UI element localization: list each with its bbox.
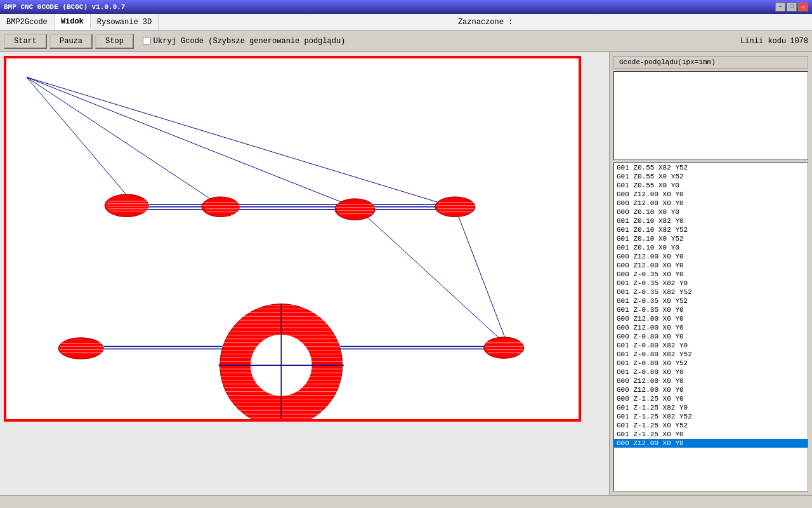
status-bar [0, 495, 812, 508]
gcode-line[interactable]: G01 Z-0.35 X82 Y52 [614, 288, 808, 297]
svg-point-23 [335, 199, 375, 220]
gcode-line[interactable]: G01 Z-0.80 X82 Y52 [614, 350, 808, 359]
linii-value: 1078 [790, 37, 808, 46]
zaznaczone-label: Zaznaczone : [159, 14, 812, 30]
svg-point-18 [202, 197, 239, 217]
gcode-line[interactable]: G00 Z12.00 X0 Y0 [614, 439, 808, 448]
gcode-line[interactable]: G01 Z-0.35 X0 Y52 [614, 297, 808, 305]
gcode-line[interactable]: G01 Z0.55 X82 Y52 [614, 163, 808, 172]
hide-gcode-label: Ukryj Gcode (Szybsze generowanie podgląd… [154, 37, 345, 46]
gcode-line[interactable]: G00 Z12.00 X0 Y0 [614, 323, 808, 332]
svg-point-12 [105, 194, 148, 217]
app-title: BMP CNC GCODE (BCGC) v1.0.0.7 [4, 3, 125, 11]
gcode-list-container[interactable]: G01 Z0.55 X82 Y52G01 Z0.55 X0 Y52G01 Z0.… [613, 163, 808, 491]
title-bar: BMP CNC GCODE (BCGC) v1.0.0.7 − □ ✕ [0, 0, 812, 14]
gcode-line[interactable]: G00 Z12.00 X0 Y0 [614, 252, 808, 261]
main-content: Gcode-podglądu(1px=1mm) G01 Z0.55 X82 Y5… [0, 52, 812, 495]
pause-button[interactable]: Pauza [49, 34, 93, 49]
gcode-line[interactable]: G01 Z-0.80 X0 Y0 [614, 368, 808, 377]
hide-gcode-checkbox-label[interactable]: Ukryj Gcode (Szybsze generowanie podgląd… [143, 37, 345, 46]
canvas-viewport[interactable] [4, 56, 581, 422]
window-controls: − □ ✕ [775, 3, 808, 11]
tab-bmp2gcode[interactable]: BMP2Gcode [0, 14, 55, 30]
gcode-line[interactable]: G01 Z0.55 X0 Y52 [614, 172, 808, 181]
linii-label: Linii kodu [740, 37, 786, 46]
canvas-area [0, 52, 609, 495]
linii-info: Linii kodu 1078 [740, 37, 808, 46]
gcode-line[interactable]: G01 Z-0.80 X82 Y0 [614, 341, 808, 350]
svg-point-38 [484, 337, 524, 359]
gcode-line[interactable]: G00 Z12.00 X0 Y0 [614, 261, 808, 270]
main-svg [6, 58, 579, 419]
maximize-button[interactable]: □ [787, 3, 797, 11]
gcode-line[interactable]: G01 Z-0.35 X82 Y0 [614, 279, 808, 288]
gcode-line[interactable]: G00 Z12.00 X0 Y0 [614, 199, 808, 208]
gcode-line[interactable]: G00 Z0.10 X0 Y0 [614, 208, 808, 217]
gcode-line[interactable]: G00 Z-0.80 X0 Y0 [614, 332, 808, 341]
gcode-preview-box [613, 71, 808, 160]
gcode-line[interactable]: G01 Z-1.25 X82 Y0 [614, 403, 808, 412]
gcode-line[interactable]: G00 Z12.00 X0 Y0 [614, 385, 808, 394]
gcode-line[interactable]: G01 Z0.10 X82 Y52 [614, 225, 808, 234]
tab-widok[interactable]: Widok [55, 14, 91, 30]
gcode-line[interactable]: G01 Z-0.35 X0 Y0 [614, 305, 808, 314]
gcode-line[interactable]: G01 Z0.10 X82 Y0 [614, 217, 808, 225]
gcode-line[interactable]: G00 Z12.00 X0 Y0 [614, 377, 808, 385]
gcode-line[interactable]: G00 Z12.00 X0 Y0 [614, 314, 808, 323]
gcode-line[interactable]: G01 Z0.10 X0 Y52 [614, 234, 808, 243]
stop-button[interactable]: Stop [95, 34, 134, 49]
svg-point-33 [58, 338, 103, 359]
gcode-line[interactable]: G00 Z12.00 X0 Y0 [614, 190, 808, 199]
start-button[interactable]: Start [4, 34, 47, 49]
gcode-line[interactable]: G01 Z-1.25 X82 Y52 [614, 412, 808, 421]
svg-point-28 [435, 197, 475, 217]
gcode-line[interactable]: G01 Z0.10 X0 Y0 [614, 243, 808, 252]
minimize-button[interactable]: − [775, 3, 785, 11]
gcode-line[interactable]: G01 Z-1.25 X0 Y0 [614, 430, 808, 439]
gcode-line[interactable]: G01 Z0.55 X0 Y0 [614, 181, 808, 190]
right-panel: Gcode-podglądu(1px=1mm) G01 Z0.55 X82 Y5… [609, 52, 812, 495]
gcode-preview-label: Gcode-podglądu(1px=1mm) [613, 56, 808, 69]
gcode-line[interactable]: G01 Z-1.25 X0 Y52 [614, 421, 808, 430]
menu-bar: BMP2Gcode Widok Rysowanie 3D Zaznaczone … [0, 14, 812, 30]
hide-gcode-checkbox[interactable] [143, 37, 151, 45]
gcode-line[interactable]: G00 Z-0.35 X0 Y0 [614, 270, 808, 279]
gcode-line[interactable]: G01 Z-0.80 X0 Y52 [614, 359, 808, 368]
tab-rysowanie3d[interactable]: Rysowanie 3D [91, 14, 159, 30]
close-button[interactable]: ✕ [798, 3, 808, 11]
gcode-line[interactable]: G00 Z-1.25 X0 Y0 [614, 394, 808, 403]
toolbar: Start Pauza Stop Ukryj Gcode (Szybsze ge… [0, 30, 812, 52]
